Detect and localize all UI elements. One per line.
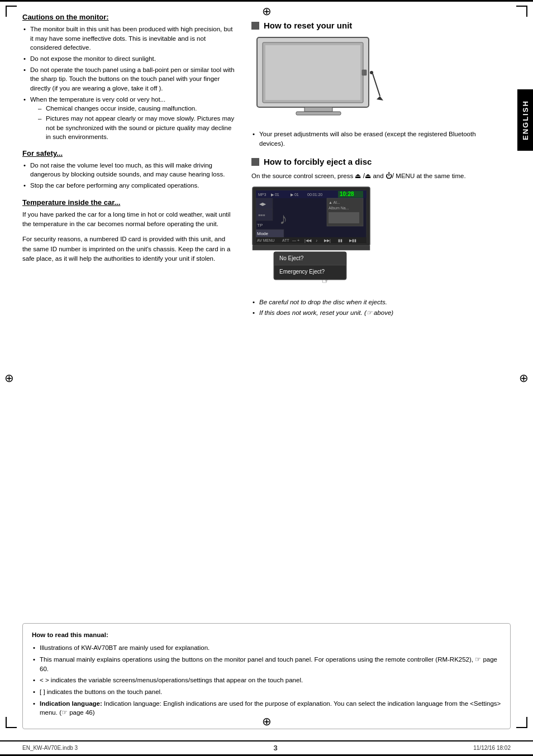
reg-mark-bottom: ⊕ [262, 715, 272, 728]
svg-line-6 [373, 74, 380, 96]
list-item: [ ] indicates the buttons on the touch p… [32, 687, 501, 697]
reset-section-heading: How to reset your unit [251, 21, 494, 30]
eject-text-1: On the source control screen, press [251, 173, 353, 179]
svg-text:◀▶: ◀▶ [259, 202, 266, 207]
svg-text:Mode: Mode [257, 231, 269, 236]
svg-text:MP3: MP3 [258, 193, 266, 197]
list-item: Chemical changes occur inside, causing m… [38, 104, 235, 113]
reg-mark-right: ⊕ [519, 371, 529, 385]
svg-text:▶▮▮: ▶▮▮ [349, 238, 356, 242]
page-number: 3 [274, 744, 278, 752]
corner-mark-tr [516, 6, 527, 17]
corner-mark-br [516, 717, 527, 728]
svg-text:Emergency Eject?: Emergency Eject? [279, 269, 325, 275]
list-item: This manual mainly explains operations u… [32, 655, 501, 673]
svg-text:—: — [292, 238, 296, 242]
svg-rect-40 [253, 246, 370, 250]
monitor-image [251, 35, 408, 124]
svg-text:▶ 01: ▶ 01 [271, 193, 279, 197]
svg-rect-3 [304, 107, 332, 112]
cautions-list: The monitor built in this unit has been … [22, 25, 235, 141]
temperature-heading: Temperature inside the car... [22, 198, 235, 207]
corner-mark-bl [6, 717, 17, 728]
eject-text-3: and [373, 173, 383, 179]
section-box-icon [251, 22, 259, 30]
cautions-sub-list: Chemical changes occur inside, causing m… [38, 104, 235, 141]
headunit-image: MP3 ▶ 01 ▶ 01 00:01:20 10:28 ◀▶ ≡≡≡ TP [251, 186, 408, 292]
corner-mark-tl [6, 6, 17, 17]
reg-mark-left: ⊕ [4, 371, 14, 385]
list-item: Do not operate the touch panel using a b… [22, 65, 235, 93]
svg-text:▲ Al...: ▲ Al... [329, 200, 340, 204]
security-text: For security reasons, a numbered ID card… [22, 235, 235, 264]
info-box-title: How to read this manual: [32, 630, 501, 640]
svg-text:AV MENU: AV MENU [257, 238, 274, 242]
svg-text:♪: ♪ [279, 210, 287, 227]
svg-text:▮▮: ▮▮ [338, 238, 342, 242]
svg-text:ATT: ATT [282, 238, 289, 242]
svg-marker-7 [377, 96, 383, 101]
eject-text-5: MENU at the same time. [396, 173, 465, 179]
headunit-svg: MP3 ▶ 01 ▶ 01 00:01:20 10:28 ◀▶ ≡≡≡ TP [251, 186, 386, 286]
svg-text:10:28: 10:28 [340, 191, 354, 197]
eject-section-heading: How to forcibly eject a disc [251, 157, 494, 166]
eject-source-desc: On the source control screen, press ⏏ /⏏… [251, 171, 494, 181]
page: ⊕ ⊕ ⊕ ENGLISH Cautions on the monitor: T… [0, 0, 533, 756]
svg-text:|◀◀: |◀◀ [304, 238, 312, 243]
list-item: When the temperature is very cold or ver… [22, 95, 235, 141]
info-box-list: Illustrations of KW-AV70BT are mainly us… [32, 643, 501, 717]
right-column: How to reset your unit [251, 13, 511, 606]
list-item: < > indicates the variable screens/menus… [32, 676, 501, 685]
footer: EN_KW-AV70E.indb 3 3 11/12/16 18:02 [0, 740, 533, 754]
footer-right: 11/12/16 18:02 [473, 745, 511, 751]
monitor-svg [251, 35, 386, 121]
svg-text:▶ 01: ▶ 01 [291, 193, 299, 197]
temperature-text: If you have parked the car for a long ti… [22, 210, 235, 229]
eject-icon-power: ⏻/ [386, 172, 394, 180]
eject-icon-eject: ⏏ /⏏ [355, 172, 373, 180]
reg-mark-top: ⊕ [262, 4, 272, 18]
cautions-heading: Cautions on the monitor: [22, 13, 235, 21]
footer-left: EN_KW-AV70E.indb 3 [22, 745, 78, 751]
svg-text:≡≡≡: ≡≡≡ [258, 213, 265, 217]
list-item: The monitor built in this unit has been … [22, 25, 235, 52]
svg-text:+: + [297, 238, 299, 242]
safety-list: Do not raise the volume level too much, … [22, 161, 235, 190]
svg-rect-4 [296, 112, 341, 115]
svg-text:TP: TP [257, 223, 263, 228]
list-item: Do not raise the volume level too much, … [22, 161, 235, 179]
svg-rect-8 [362, 70, 367, 75]
svg-text:00:01:20: 00:01:20 [307, 193, 322, 197]
svg-text:☞: ☞ [321, 275, 330, 286]
eject-note-1: Be careful not to drop the disc when it … [251, 298, 494, 307]
english-tab: ENGLISH [517, 89, 533, 151]
svg-rect-39 [329, 212, 359, 223]
list-item: Pictures may not appear clearly or may m… [38, 114, 235, 141]
safety-heading: For safety... [22, 149, 235, 157]
svg-rect-2 [265, 45, 360, 100]
svg-text:▶▶|: ▶▶| [324, 238, 331, 243]
eject-note-2: If this does not work, reset your unit. … [251, 308, 494, 317]
reset-note: Your preset adjustments will also be era… [251, 130, 494, 148]
left-column: Cautions on the monitor: The monitor bui… [22, 13, 235, 606]
svg-text:♪: ♪ [316, 238, 318, 242]
reset-heading: How to reset your unit [264, 21, 352, 30]
eject-heading: How to forcibly eject a disc [264, 157, 372, 166]
list-item: Illustrations of KW-AV70BT are mainly us… [32, 643, 501, 653]
svg-text:No Eject?: No Eject? [279, 255, 304, 261]
svg-text:Album Na...: Album Na... [329, 206, 349, 210]
list-item: Stop the car before performing any compl… [22, 181, 235, 190]
list-item: Do not expose the monitor to direct sunl… [22, 54, 235, 64]
section-box-icon-2 [251, 158, 259, 166]
reset-note-list: Your preset adjustments will also be era… [251, 130, 494, 148]
info-box: How to read this manual: Illustrations o… [22, 623, 511, 729]
main-content: Cautions on the monitor: The monitor bui… [0, 2, 533, 618]
